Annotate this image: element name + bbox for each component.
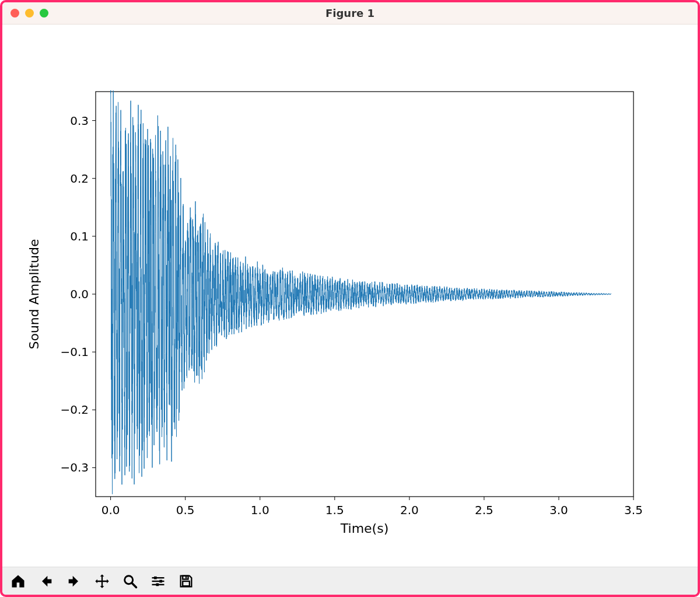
minimize-window-button[interactable] [25,9,34,18]
arrow-left-icon [38,573,54,589]
save-icon [178,573,194,589]
x-tick-label: 1.0 [251,503,270,517]
figure-canvas[interactable]: 0.00.51.01.52.02.53.03.5−0.3−0.2−0.10.00… [2,25,698,567]
svg-rect-22 [156,583,159,586]
svg-rect-23 [183,575,188,579]
sliders-icon [150,573,166,589]
y-tick-label: 0.1 [70,229,89,243]
y-tick-label: 0.0 [70,287,89,301]
x-tick-label: 2.5 [475,503,494,517]
arrow-right-icon [66,573,82,589]
y-tick-label: −0.3 [60,460,89,474]
svg-rect-20 [159,579,162,582]
x-tick-label: 0.0 [102,503,120,517]
forward-button[interactable] [61,570,88,593]
x-tick-label: 3.0 [550,503,568,517]
magnify-icon [122,573,138,589]
home-icon [10,573,26,589]
x-tick-label: 3.5 [624,503,643,517]
zoom-button[interactable] [117,570,144,593]
close-window-button[interactable] [10,9,19,18]
x-tick-label: 1.5 [326,503,344,517]
y-tick-label: 0.3 [70,114,89,128]
svg-rect-24 [186,576,187,578]
save-button[interactable] [173,570,200,593]
window-title: Figure 1 [2,7,698,19]
back-button[interactable] [33,570,60,593]
plot-svg: 0.00.51.01.52.02.53.03.5−0.3−0.2−0.10.00… [2,25,698,567]
traffic-lights [2,9,48,18]
x-tick-label: 2.0 [400,503,419,517]
window-frame: Figure 1 0.00.51.01.52.02.53.03.5−0.3−0.… [0,0,700,597]
pan-button[interactable] [89,570,116,593]
home-button[interactable] [5,570,32,593]
x-axis-label: Time(s) [340,521,388,536]
zoom-window-button[interactable] [40,9,48,18]
y-tick-label: −0.2 [60,403,89,417]
configure-button[interactable] [145,570,172,593]
y-tick-label: −0.1 [60,345,89,359]
svg-rect-25 [183,581,190,586]
svg-rect-18 [154,576,157,579]
move-icon [94,573,110,589]
waveform-line [111,90,611,494]
y-tick-label: 0.2 [70,172,89,186]
titlebar: Figure 1 [2,2,698,25]
x-tick-label: 0.5 [176,503,195,517]
svg-line-16 [132,583,136,587]
matplotlib-toolbar [2,567,698,595]
y-axis-label: Sound Amplitude [27,239,41,349]
